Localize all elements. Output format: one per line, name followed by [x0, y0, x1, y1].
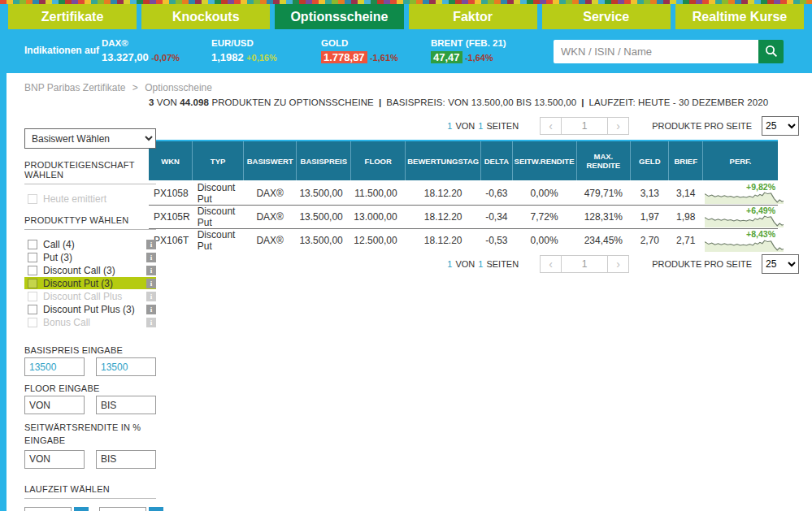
product-table: WKN TYP BASISWERT BASISPREIS FLOOR BEWER…	[149, 140, 778, 253]
seitwaertsrendite-header: SEITWÄRTSRENDITE IN % EINGABE	[24, 422, 156, 448]
seitwaertsrendite-von-input[interactable]	[24, 450, 85, 469]
quote-value: 47,47	[431, 51, 462, 63]
col-delta[interactable]: DELTA	[481, 141, 512, 181]
quote-name: DAX®	[102, 37, 211, 50]
tab-zertifikate[interactable]: Zertifikate	[8, 4, 137, 29]
floor-bis-input[interactable]	[96, 396, 156, 414]
laufzeit-bis-input[interactable]	[99, 507, 146, 511]
col-geld[interactable]: GELD	[631, 141, 669, 181]
cell-seitw-rendite: 0,00%	[512, 229, 576, 253]
tab-knockouts[interactable]: Knockouts	[141, 4, 270, 29]
filter-call[interactable]: Call (4) i	[24, 238, 156, 250]
col-typ[interactable]: TYP	[193, 141, 244, 181]
tab-optionsscheine[interactable]: Optionsscheine	[275, 4, 403, 29]
seitwaertsrendite-bis-input[interactable]	[96, 450, 156, 469]
info-icon[interactable]: i	[146, 253, 156, 262]
market-ticker-bar: Indikationen auf DAX® 13.327,00 -0,07% E…	[0, 29, 812, 73]
table-row[interactable]: PX106T Discount Put DAX® 13.500,00 12.50…	[149, 229, 778, 253]
table-header-row: WKN TYP BASISWERT BASISPREIS FLOOR BEWER…	[149, 141, 778, 181]
per-page-select[interactable]: 25	[762, 254, 799, 274]
col-seitw-rendite[interactable]: SEITW.RENDITE	[512, 141, 576, 181]
quote-change: +0,16%	[246, 53, 277, 63]
prev-page-button[interactable]: ‹	[540, 117, 562, 135]
next-page-button[interactable]: ›	[607, 255, 629, 273]
checkbox	[28, 292, 37, 301]
checkbox	[28, 194, 37, 204]
laufzeit-von-input[interactable]	[24, 507, 72, 511]
filter-discount-put[interactable]: Discount Put (3) i	[24, 277, 156, 289]
summary-pipe: |	[379, 97, 381, 107]
search-icon	[765, 45, 778, 58]
search-button[interactable]	[758, 40, 784, 63]
page-total: 1	[478, 121, 483, 131]
cell-brief: 2,71	[669, 229, 703, 253]
per-page-label: PRODUKTE PRO SEITE	[652, 259, 752, 269]
checkbox[interactable]	[28, 253, 37, 262]
cell-floor: 12.500,00	[351, 229, 406, 253]
result-summary: 3 VON 44.098 PRODUKTEN ZU OPTIONSSCHEINE…	[149, 97, 768, 107]
info-icon[interactable]: i	[146, 240, 156, 249]
per-page-select[interactable]: 25	[762, 116, 799, 136]
cell-basiswert: DAX®	[243, 181, 296, 206]
performance-sparkline	[705, 188, 784, 204]
pagination-top: 1 VON 1 SEITEN ‹ 1 › PRODUKTE PRO SEITE …	[447, 116, 799, 136]
next-page-button[interactable]: ›	[607, 117, 629, 135]
page-current: 1	[447, 259, 452, 269]
info-icon[interactable]: i	[146, 279, 156, 288]
col-basiswert[interactable]: BASISWERT	[243, 141, 296, 181]
checkbox[interactable]	[28, 279, 37, 288]
table-row[interactable]: PX1058 Discount Put DAX® 13.500,00 11.50…	[149, 181, 778, 206]
summary-von: VON	[154, 97, 180, 107]
summary-products: PRODUKTEN ZU OPTIONSSCHEINE	[209, 97, 374, 107]
quote-change: -1,64%	[465, 53, 493, 63]
search-input[interactable]	[554, 40, 758, 63]
tab-service[interactable]: Service	[542, 4, 671, 29]
indikationen-label: Indikationen auf	[24, 45, 102, 58]
info-icon[interactable]: i	[146, 305, 156, 314]
table-row[interactable]: PX105R Discount Put DAX® 13.500,00 13.00…	[149, 206, 778, 229]
page-von: VON	[455, 259, 475, 269]
cell-delta: -0,53	[481, 229, 512, 253]
checkbox-label: Discount Call (3)	[43, 265, 146, 276]
basiswert-select[interactable]: Basiswert Wählen	[24, 128, 156, 149]
basispreis-bis-input[interactable]	[96, 357, 156, 376]
content-area: BNP Paribas Zertifikate > Optionsscheine…	[0, 73, 812, 511]
basispreis-von-input[interactable]	[24, 357, 85, 376]
cell-perf: +6,49%	[703, 206, 778, 229]
page-number-box[interactable]: 1	[562, 255, 607, 273]
col-max-rendite[interactable]: MAX. RENDITE	[576, 141, 631, 181]
col-floor[interactable]: FLOOR	[351, 141, 406, 181]
calendar-icon[interactable]: 31	[74, 507, 89, 511]
cell-seitw-rendite: 0,00%	[512, 181, 576, 206]
cell-max-rendite: 234,45%	[576, 229, 631, 253]
quote-change: -1,61%	[370, 53, 398, 63]
floor-von-input[interactable]	[24, 396, 85, 414]
checkbox[interactable]	[28, 305, 37, 314]
breadcrumb-root[interactable]: BNP Paribas Zertifikate	[24, 82, 126, 93]
tab-realtime-kurse[interactable]: Realtime Kurse	[675, 4, 804, 29]
checkbox	[28, 318, 37, 327]
prev-page-button[interactable]: ‹	[540, 255, 562, 273]
page-number-box[interactable]: 1	[562, 117, 607, 135]
col-basispreis[interactable]: BASISPREIS	[297, 141, 351, 181]
produkteigenschaft-header: PRODUKTEIGENSCHAFT WÄHLEN	[24, 160, 156, 184]
filter-put[interactable]: Put (3) i	[24, 251, 156, 263]
calendar-icon[interactable]: 31	[149, 507, 163, 511]
filter-discount-call-plus: Discount Call Plus i	[24, 290, 156, 302]
col-brief[interactable]: BRIEF	[669, 141, 703, 181]
info-icon[interactable]: i	[146, 266, 156, 275]
col-bewertungstag[interactable]: BEWERTUNGSTAG	[406, 141, 481, 181]
breadcrumb-current[interactable]: Optionsscheine	[145, 82, 212, 93]
page-von: VON	[455, 121, 475, 131]
col-perf[interactable]: PERF.	[703, 141, 778, 181]
cell-typ: Discount Put	[193, 181, 244, 206]
tab-faktor[interactable]: Faktor	[409, 4, 537, 29]
cell-perf: +9,82%	[703, 181, 778, 206]
filter-discount-put-plus[interactable]: Discount Put Plus (3) i	[24, 303, 156, 315]
checkbox[interactable]	[28, 266, 37, 275]
checkbox[interactable]	[28, 240, 37, 249]
cell-floor: 13.000,00	[351, 206, 406, 229]
cell-max-rendite: 479,71%	[576, 181, 631, 206]
filter-discount-call[interactable]: Discount Call (3) i	[24, 264, 156, 276]
performance-sparkline	[705, 212, 784, 227]
